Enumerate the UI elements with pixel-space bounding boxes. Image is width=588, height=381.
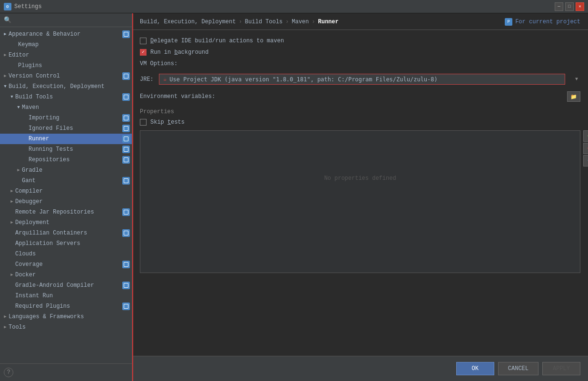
sidebar-item-tools[interactable]: ▶ Tools bbox=[0, 322, 132, 332]
close-button[interactable]: ✕ bbox=[576, 2, 584, 11]
arrow-runner bbox=[22, 136, 29, 142]
sidebar-item-deployment[interactable]: ▶ Deployment bbox=[0, 217, 132, 228]
run-background-row: Run in background bbox=[140, 49, 580, 56]
ok-button[interactable]: OK bbox=[456, 362, 494, 375]
sidebar-item-remote-jar[interactable]: Remote Jar Repositories bbox=[0, 207, 132, 217]
arrow-required-plugins bbox=[9, 303, 15, 310]
properties-title: Properties bbox=[140, 108, 580, 115]
sidebar-label-ignored-files: Ignored Files bbox=[29, 125, 120, 132]
sidebar-item-docker[interactable]: ▶ Docker bbox=[0, 270, 132, 280]
sidebar-item-arquillian[interactable]: Arquillian Containers bbox=[0, 228, 132, 238]
sidebar-item-keymap[interactable]: Keymap bbox=[0, 39, 132, 50]
jre-dropdown-arrow[interactable]: ▼ bbox=[573, 77, 580, 82]
title-bar: ⚙ Settings ─ □ ✕ bbox=[0, 0, 588, 13]
arrow-editor: ▶ bbox=[2, 52, 9, 59]
jre-value: Use Project JDK (java version "1.8.0_181… bbox=[169, 76, 561, 83]
sidebar-item-maven[interactable]: ▼ Maven bbox=[0, 102, 132, 113]
cancel-button[interactable]: CANCEL bbox=[498, 362, 539, 375]
sidebar-item-gant[interactable]: Gant bbox=[0, 176, 132, 186]
edit-property-button[interactable]: ✎ bbox=[583, 155, 588, 166]
breadcrumb-sep-3: › bbox=[312, 19, 315, 25]
sidebar-label-app-servers: Application Servers bbox=[15, 240, 130, 247]
search-input[interactable] bbox=[14, 17, 128, 23]
sidebar-item-ignored-files[interactable]: Ignored Files bbox=[0, 123, 132, 134]
sidebar-item-editor[interactable]: ▶ Editor bbox=[0, 50, 132, 60]
sidebar-item-plugins[interactable]: Plugins bbox=[0, 60, 132, 71]
sidebar-label-gradle-android: Gradle-Android Compiler bbox=[15, 282, 120, 289]
sidebar-label-editor: Editor bbox=[9, 52, 130, 59]
sidebar-item-runner[interactable]: Runner bbox=[0, 134, 132, 144]
sidebar-item-gradle-android[interactable]: Gradle-Android Compiler bbox=[0, 280, 132, 291]
sidebar-label-tools: Tools bbox=[9, 324, 130, 331]
sidebar-label-gant: Gant bbox=[22, 177, 120, 184]
sidebar-label-arquillian: Arquillian Containers bbox=[15, 230, 120, 236]
arrow-build-tools: ▼ bbox=[9, 94, 15, 100]
sidebar-item-app-servers[interactable]: Application Servers bbox=[0, 238, 132, 249]
run-background-label: Run in background bbox=[150, 49, 208, 56]
ext-icon-remote-jar bbox=[122, 208, 130, 216]
sidebar-item-coverage[interactable]: Coverage bbox=[0, 259, 132, 270]
sidebar-label-required-plugins: Required Plugins bbox=[15, 303, 120, 310]
sidebar-item-build-exec[interactable]: ▼ Build, Execution, Deployment bbox=[0, 81, 132, 92]
ext-icon-repositories bbox=[122, 156, 130, 164]
window-title: Settings bbox=[14, 3, 555, 10]
vm-options-row: VM Options: bbox=[140, 60, 580, 67]
ext-icon-build-tools bbox=[122, 93, 130, 101]
sidebar-item-appearance[interactable]: ▶ Appearance & Behavior bbox=[0, 29, 132, 39]
sidebar-label-clouds: Clouds bbox=[15, 251, 130, 257]
sidebar-label-appearance: Appearance & Behavior bbox=[9, 31, 120, 38]
arrow-clouds bbox=[9, 251, 15, 257]
sidebar-item-required-plugins[interactable]: Required Plugins bbox=[0, 301, 132, 312]
sidebar-label-version-control: Version Control bbox=[9, 73, 120, 79]
sidebar-item-compiler[interactable]: ▶ Compiler bbox=[0, 186, 132, 196]
sidebar-label-build-tools: Build Tools bbox=[15, 94, 120, 100]
breadcrumb-sep-2: › bbox=[285, 19, 289, 25]
sidebar-item-instant-run[interactable]: Instant Run bbox=[0, 291, 132, 301]
for-project: P For current project bbox=[505, 18, 580, 26]
sidebar-label-runner: Runner bbox=[29, 136, 120, 142]
arrow-keymap bbox=[11, 41, 18, 48]
maximize-button[interactable]: □ bbox=[565, 2, 574, 11]
delegate-checkbox[interactable] bbox=[140, 38, 147, 44]
skip-tests-row: Skip tests bbox=[140, 119, 580, 126]
add-property-button[interactable]: + bbox=[583, 130, 588, 142]
remove-property-button[interactable]: − bbox=[583, 143, 588, 154]
jre-label: JRE: bbox=[140, 76, 159, 83]
ext-icon-appearance bbox=[122, 30, 130, 38]
arrow-app-servers bbox=[9, 240, 15, 247]
apply-button[interactable]: APPLY bbox=[542, 362, 580, 375]
sidebar: 🔍 ▶ Appearance & Behavior Keymap ▶ Edito bbox=[0, 13, 132, 381]
breadcrumb-item-2: Build Tools bbox=[245, 19, 283, 25]
ext-icon-coverage bbox=[122, 261, 130, 268]
arrow-appearance: ▶ bbox=[2, 31, 9, 38]
app-icon: ⚙ bbox=[4, 3, 11, 10]
sidebar-item-languages[interactable]: ▶ Languages & Frameworks bbox=[0, 312, 132, 322]
sidebar-item-debugger[interactable]: ▶ Debugger bbox=[0, 196, 132, 207]
sidebar-tree: ▶ Appearance & Behavior Keymap ▶ Editor … bbox=[0, 27, 132, 363]
sidebar-label-build-exec: Build, Execution, Deployment bbox=[9, 83, 130, 90]
minimize-button[interactable]: ─ bbox=[555, 2, 563, 11]
skip-tests-checkbox[interactable] bbox=[140, 119, 147, 126]
sidebar-item-running-tests[interactable]: Running Tests bbox=[0, 144, 132, 155]
jre-row: JRE: ☕ Use Project JDK (java version "1.… bbox=[140, 74, 580, 85]
sidebar-item-version-control[interactable]: ▶ Version Control bbox=[0, 71, 132, 81]
run-background-checkbox[interactable] bbox=[140, 49, 147, 56]
arrow-coverage bbox=[9, 261, 15, 268]
sidebar-label-debugger: Debugger bbox=[15, 198, 130, 205]
sidebar-label-maven: Maven bbox=[22, 104, 130, 111]
search-bar: 🔍 bbox=[0, 13, 132, 27]
sidebar-label-docker: Docker bbox=[15, 272, 130, 278]
sidebar-item-build-tools[interactable]: ▼ Build Tools bbox=[0, 92, 132, 102]
properties-area: No properties defined bbox=[140, 130, 580, 273]
sidebar-item-importing[interactable]: Importing bbox=[0, 113, 132, 123]
sidebar-item-gradle[interactable]: ▶ Gradle bbox=[0, 165, 132, 176]
delegate-label: Delegate IDE build/run actions to maven bbox=[150, 38, 284, 44]
ext-icon-importing bbox=[122, 114, 130, 122]
env-browse-button[interactable]: 📁 bbox=[567, 91, 580, 102]
sidebar-item-repositories[interactable]: Repositories bbox=[0, 155, 132, 165]
ext-icon-required-plugins bbox=[122, 303, 130, 310]
sidebar-label-keymap: Keymap bbox=[18, 41, 130, 48]
help-icon[interactable]: ? bbox=[4, 368, 13, 377]
sidebar-item-clouds[interactable]: Clouds bbox=[0, 249, 132, 259]
breadcrumb: Build, Execution, Deployment › Build Too… bbox=[140, 19, 339, 25]
